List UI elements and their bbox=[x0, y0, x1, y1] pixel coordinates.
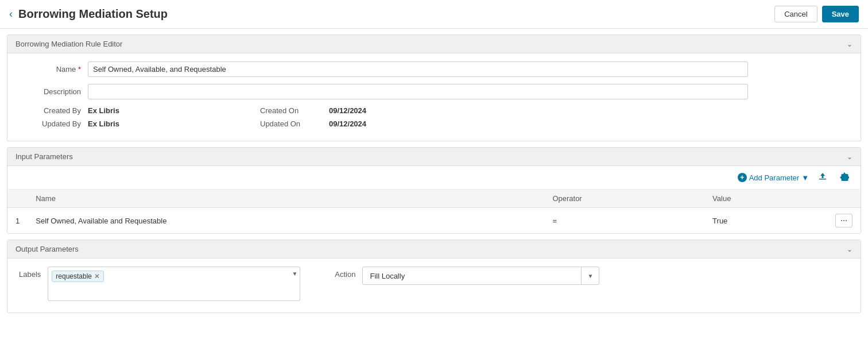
action-field: Action Fill Locally ▼ bbox=[335, 267, 599, 285]
plus-circle-icon: + bbox=[738, 173, 747, 182]
updated-on-value: 09/12/2024 bbox=[329, 119, 366, 128]
page-title: Borrowing Mediation Setup bbox=[18, 7, 168, 21]
action-value: Fill Locally bbox=[363, 269, 581, 283]
output-parameters-title: Output Parameters bbox=[16, 245, 79, 253]
col-operator-header: Operator bbox=[544, 190, 704, 208]
created-row: Created By Ex Libris Created On 09/12/20… bbox=[19, 106, 849, 115]
add-parameter-arrow: ▼ bbox=[801, 173, 809, 182]
settings-icon bbox=[840, 172, 849, 181]
save-button[interactable]: Save bbox=[822, 6, 859, 22]
action-dropdown[interactable]: Fill Locally ▼ bbox=[362, 267, 599, 285]
col-value-header: Value bbox=[704, 190, 826, 208]
params-table: Name Operator Value 1 Self Owned, Availa… bbox=[7, 190, 861, 233]
rule-editor-form-body: Name * Description Created By Ex Libris … bbox=[7, 53, 861, 141]
tag-remove-icon[interactable]: ✕ bbox=[94, 273, 100, 280]
updated-by-label: Updated By bbox=[19, 119, 88, 128]
output-parameters-section-header[interactable]: Output Parameters ⌄ bbox=[7, 240, 861, 259]
export-icon bbox=[818, 172, 827, 181]
labels-dropdown[interactable]: requestable ✕ ▼ bbox=[48, 267, 300, 301]
row-num: 1 bbox=[7, 208, 28, 234]
rule-editor-section-header[interactable]: Borrowing Mediation Rule Editor ⌄ bbox=[7, 35, 861, 53]
output-body: Labels requestable ✕ ▼ Action Fill Local… bbox=[7, 259, 861, 313]
row-name: Self Owned, Available and Requestable bbox=[28, 208, 544, 234]
labels-label: Labels bbox=[19, 267, 41, 279]
cancel-button[interactable]: Cancel bbox=[774, 6, 817, 22]
name-row: Name * bbox=[19, 61, 849, 77]
table-header-row: Name Operator Value bbox=[7, 190, 861, 208]
params-table-body: 1 Self Owned, Available and Requestable … bbox=[7, 208, 861, 234]
rule-editor-section: Borrowing Mediation Rule Editor ⌄ Name *… bbox=[7, 34, 861, 141]
settings-button[interactable] bbox=[836, 171, 852, 184]
col-name-header: Name bbox=[28, 190, 544, 208]
labels-field: Labels requestable ✕ ▼ bbox=[19, 267, 300, 301]
output-parameters-chevron-icon: ⌄ bbox=[847, 245, 852, 253]
created-by-label: Created By bbox=[19, 106, 88, 115]
description-input[interactable] bbox=[88, 84, 748, 99]
input-parameters-section-header[interactable]: Input Parameters ⌄ bbox=[7, 148, 861, 166]
description-row: Description bbox=[19, 84, 849, 99]
add-parameter-button[interactable]: + Add Parameter ▼ bbox=[738, 173, 809, 182]
col-actions bbox=[826, 190, 861, 208]
created-by-value: Ex Libris bbox=[88, 106, 260, 115]
name-input[interactable] bbox=[88, 61, 748, 77]
labels-dropdown-arrow[interactable]: ▼ bbox=[292, 271, 297, 277]
required-star: * bbox=[78, 65, 81, 74]
input-parameters-title: Input Parameters bbox=[16, 152, 73, 161]
header-actions: Cancel Save bbox=[774, 6, 859, 22]
row-actions-button[interactable]: ⋯ bbox=[835, 214, 852, 227]
add-parameter-label: Add Parameter bbox=[749, 173, 799, 182]
action-label: Action bbox=[335, 267, 355, 279]
input-parameters-chevron-icon: ⌄ bbox=[847, 153, 852, 161]
requestable-tag: requestable ✕ bbox=[52, 271, 104, 282]
output-row: Labels requestable ✕ ▼ Action Fill Local… bbox=[19, 267, 849, 301]
rule-editor-section-title: Borrowing Mediation Rule Editor bbox=[16, 40, 122, 48]
name-label: Name * bbox=[19, 65, 88, 74]
action-dropdown-arrow[interactable]: ▼ bbox=[581, 267, 599, 284]
updated-row: Updated By Ex Libris Updated On 09/12/20… bbox=[19, 119, 849, 128]
rule-editor-chevron-icon: ⌄ bbox=[847, 40, 852, 48]
header-left: ‹ Borrowing Mediation Setup bbox=[9, 7, 168, 21]
row-value: True bbox=[704, 208, 826, 234]
back-button[interactable]: ‹ bbox=[9, 8, 13, 20]
col-num bbox=[7, 190, 28, 208]
table-row: 1 Self Owned, Available and Requestable … bbox=[7, 208, 861, 234]
input-parameters-section: Input Parameters ⌄ + Add Parameter ▼ Nam… bbox=[7, 147, 861, 234]
export-button[interactable] bbox=[815, 171, 831, 184]
output-parameters-section: Output Parameters ⌄ Labels requestable ✕… bbox=[7, 240, 861, 313]
tag-text: requestable bbox=[56, 272, 92, 280]
updated-on-label: Updated On bbox=[260, 119, 329, 128]
row-actions: ⋯ bbox=[826, 208, 861, 234]
params-toolbar: + Add Parameter ▼ bbox=[7, 166, 861, 190]
created-on-value: 09/12/2024 bbox=[329, 106, 366, 115]
row-operator: = bbox=[544, 208, 704, 234]
page-header: ‹ Borrowing Mediation Setup Cancel Save bbox=[0, 0, 868, 29]
created-on-label: Created On bbox=[260, 106, 329, 115]
description-label: Description bbox=[19, 87, 88, 96]
updated-by-value: Ex Libris bbox=[88, 119, 260, 128]
